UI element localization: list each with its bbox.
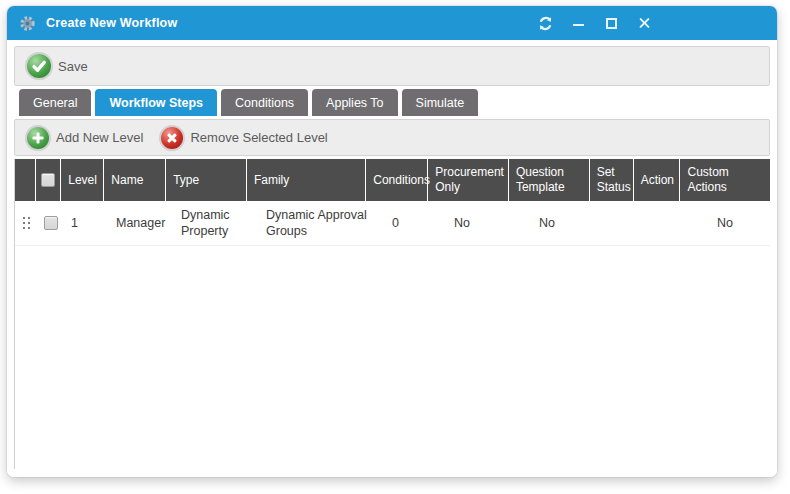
minimize-button[interactable] — [570, 15, 586, 31]
grid-header-row: Level Name Type Family Conditions Procur… — [15, 159, 770, 201]
header-question-template[interactable]: Question Template — [509, 159, 590, 201]
level-toolbar: Add New Level Remove Selected Level — [14, 119, 770, 156]
add-new-level-label: Add New Level — [56, 130, 143, 145]
row-select-cell — [37, 201, 64, 245]
save-button-label: Save — [58, 59, 88, 74]
remove-selected-level-label: Remove Selected Level — [190, 130, 327, 145]
maximize-button[interactable] — [603, 15, 619, 31]
save-toolbar: Save — [14, 46, 770, 86]
cell-conditions: 0 — [385, 201, 447, 245]
save-button[interactable]: Save — [23, 52, 96, 80]
header-name[interactable]: Name — [104, 159, 166, 201]
tab-general-label: General — [33, 96, 77, 110]
add-plus-icon — [27, 127, 49, 149]
tab-simulate[interactable]: Simulate — [402, 89, 479, 116]
header-set-status[interactable]: Set Status — [590, 159, 634, 201]
header-action[interactable]: Action — [634, 159, 681, 201]
cell-action — [661, 201, 710, 245]
tab-bar: General Workflow Steps Conditions Applie… — [14, 86, 770, 116]
header-procurement-only[interactable]: Procurement Only — [428, 159, 509, 201]
header-level[interactable]: Level — [61, 159, 104, 201]
close-button[interactable] — [636, 15, 652, 31]
header-select-all[interactable] — [36, 159, 61, 201]
header-family[interactable]: Family — [247, 159, 366, 201]
cell-level: 1 — [64, 201, 109, 245]
remove-selected-level-button[interactable]: Remove Selected Level — [157, 125, 335, 151]
cell-custom-actions: No — [710, 201, 770, 245]
tab-general[interactable]: General — [19, 89, 91, 116]
select-all-checkbox[interactable] — [41, 173, 55, 187]
tab-simulate-label: Simulate — [416, 96, 465, 110]
minimize-icon — [573, 24, 584, 26]
add-new-level-button[interactable]: Add New Level — [23, 125, 151, 151]
cell-family: Dynamic Approval Groups — [259, 201, 385, 245]
header-custom-actions[interactable]: Custom Actions — [680, 159, 769, 201]
maximize-icon — [606, 18, 617, 29]
drag-handle-icon[interactable] — [23, 217, 30, 229]
save-check-icon — [27, 54, 51, 78]
refresh-button[interactable] — [537, 15, 553, 31]
window-title: Create New Workflow — [46, 16, 537, 30]
refresh-icon — [538, 16, 553, 31]
row-checkbox[interactable] — [44, 216, 58, 230]
cell-type: Dynamic Property — [174, 201, 259, 245]
gear-icon — [19, 15, 36, 32]
dialog-window: Create New Workflow — [7, 6, 777, 477]
close-icon — [638, 17, 651, 30]
row-drag-cell — [15, 201, 37, 245]
tab-workflow-steps[interactable]: Workflow Steps — [95, 89, 217, 116]
header-conditions[interactable]: Conditions — [366, 159, 428, 201]
cell-question-template: No — [532, 201, 617, 245]
grid-empty-area — [15, 246, 770, 469]
remove-x-icon — [161, 127, 183, 149]
dialog-content: Save General Workflow Steps Conditions A… — [7, 40, 777, 477]
tab-conditions[interactable]: Conditions — [221, 89, 308, 116]
tab-applies-to[interactable]: Applies To — [312, 89, 397, 116]
tab-workflow-steps-label: Workflow Steps — [109, 96, 203, 110]
tab-applies-to-label: Applies To — [326, 96, 383, 110]
header-type[interactable]: Type — [166, 159, 247, 201]
cell-name: Manager — [109, 201, 174, 245]
cell-procurement-only: No — [447, 201, 532, 245]
cell-set-status — [617, 201, 661, 245]
title-bar[interactable]: Create New Workflow — [7, 6, 777, 40]
header-drag-column — [15, 159, 36, 201]
workflow-steps-grid: Level Name Type Family Conditions Procur… — [14, 159, 770, 469]
tab-conditions-label: Conditions — [235, 96, 294, 110]
table-row[interactable]: 1 Manager Dynamic Property Dynamic Appro… — [15, 201, 770, 246]
